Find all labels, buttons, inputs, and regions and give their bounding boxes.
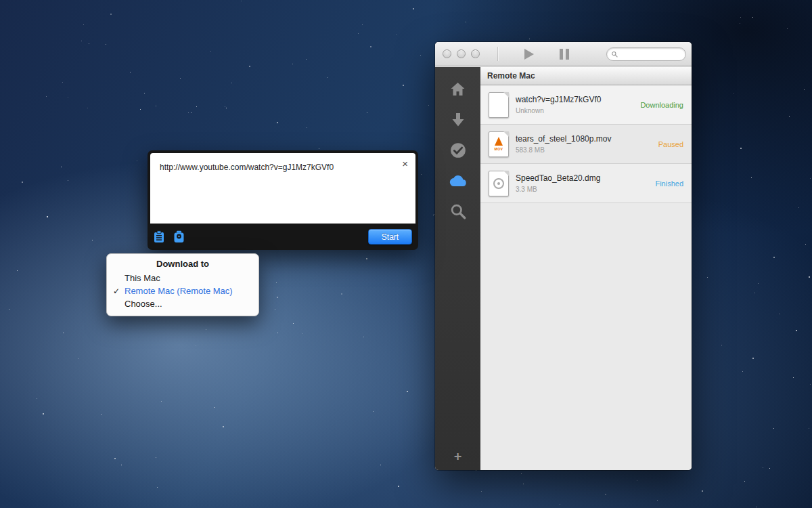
file-type-tag: MOV	[495, 147, 503, 151]
paste-clipboard-icon[interactable]	[154, 230, 164, 243]
download-list-pane: Remote Mac watch?v=gJ1Mz7kGVf0 Unknown D…	[480, 67, 692, 470]
checkmark-icon: ✓	[113, 285, 120, 298]
sidebar-item-downloading[interactable]	[435, 104, 480, 135]
list-empty-area	[480, 203, 692, 470]
search-icon	[611, 50, 618, 58]
list-header: Remote Mac	[480, 67, 692, 85]
desktop-wallpaper: + Remote Mac watch?v=gJ1Mz7kGVf0 Unknown…	[0, 0, 812, 508]
sidebar: +	[435, 67, 480, 470]
titlebar-divider	[497, 47, 498, 61]
dialog-toolbar: Start	[148, 224, 418, 250]
sidebar-item-search[interactable]	[435, 196, 480, 226]
status-label: Paused	[658, 140, 683, 148]
download-arrow-icon	[450, 112, 466, 128]
disk-image-file-icon	[489, 171, 509, 196]
row-title: tears_of_steel_1080p.mov	[516, 134, 653, 144]
vlc-cone-icon	[495, 137, 503, 146]
window-main: + Remote Mac watch?v=gJ1Mz7kGVf0 Unknown…	[435, 67, 692, 470]
download-destination-icon[interactable]	[173, 230, 185, 243]
download-to-menu: Download to This Mac ✓ Remote Mac (Remot…	[106, 253, 259, 316]
row-subtitle: 3.3 MB	[516, 186, 650, 193]
sidebar-item-completed[interactable]	[435, 135, 480, 165]
download-row[interactable]: SpeedTao_Beta20.dmg 3.3 MB Finished	[480, 164, 692, 203]
search-input[interactable]	[621, 50, 681, 58]
window-titlebar[interactable]	[435, 42, 692, 66]
close-window-button[interactable]	[443, 49, 451, 58]
status-label: Finished	[655, 179, 683, 188]
download-row[interactable]: watch?v=gJ1Mz7kGVf0 Unknown Downloading	[480, 85, 692, 125]
resume-all-button[interactable]	[520, 46, 539, 62]
zoom-window-button[interactable]	[471, 49, 480, 58]
row-subtitle: Unknown	[516, 107, 635, 114]
add-download-dialog: http://www.youtube.com/watch?v=gJ1Mz7kGV…	[148, 150, 418, 250]
start-button[interactable]: Start	[368, 229, 412, 245]
traffic-lights	[443, 49, 480, 58]
disk-icon	[493, 178, 504, 189]
row-text: SpeedTao_Beta20.dmg 3.3 MB	[516, 173, 650, 193]
download-manager-window: + Remote Mac watch?v=gJ1Mz7kGVf0 Unknown…	[435, 42, 692, 470]
row-text: tears_of_steel_1080p.mov 583.8 MB	[516, 134, 653, 154]
pause-icon	[566, 49, 569, 60]
menu-item-choose[interactable]: Choose...	[107, 297, 258, 310]
row-title: SpeedTao_Beta20.dmg	[516, 173, 650, 183]
cloud-icon	[448, 173, 468, 189]
pause-icon	[560, 49, 563, 60]
home-icon	[449, 81, 466, 98]
add-download-button[interactable]: +	[454, 450, 462, 463]
magnifier-icon	[449, 203, 467, 220]
menu-item-remote-mac[interactable]: ✓ Remote Mac (Remote Mac)	[107, 284, 258, 297]
menu-title: Download to	[107, 259, 258, 269]
url-input-area[interactable]: http://www.youtube.com/watch?v=gJ1Mz7kGV…	[150, 153, 415, 224]
row-text: watch?v=gJ1Mz7kGVf0 Unknown	[516, 95, 635, 114]
url-text: http://www.youtube.com/watch?v=gJ1Mz7kGV…	[150, 153, 415, 173]
document-file-icon	[489, 92, 509, 118]
check-circle-icon	[449, 142, 467, 159]
sidebar-item-home[interactable]	[435, 74, 480, 104]
sidebar-item-remote-cloud[interactable]	[435, 165, 480, 196]
menu-item-this-mac[interactable]: This Mac	[107, 272, 258, 284]
row-title: watch?v=gJ1Mz7kGVf0	[516, 95, 635, 104]
play-icon	[524, 49, 534, 60]
menu-item-label: This Mac	[125, 273, 160, 283]
close-dialog-button[interactable]: ×	[402, 158, 408, 169]
menu-item-label: Choose...	[125, 299, 162, 309]
download-row[interactable]: MOV tears_of_steel_1080p.mov 583.8 MB Pa…	[480, 125, 692, 164]
row-subtitle: 583.8 MB	[516, 146, 653, 154]
minimize-window-button[interactable]	[457, 49, 466, 58]
menu-item-label: Remote Mac (Remote Mac)	[125, 286, 233, 296]
vlc-movie-file-icon: MOV	[489, 131, 509, 157]
search-field[interactable]	[606, 47, 686, 61]
pause-all-button[interactable]	[556, 46, 573, 62]
status-label: Downloading	[640, 101, 683, 109]
